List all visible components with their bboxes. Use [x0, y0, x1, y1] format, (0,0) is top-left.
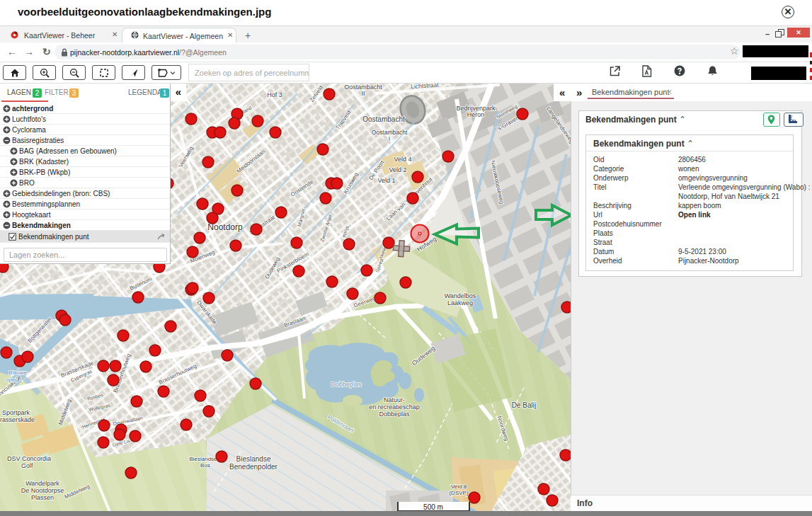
- svg-text:Dobbeplas: Dobbeplas: [379, 411, 410, 418]
- svg-text:Bos: Bos: [200, 462, 210, 469]
- svg-text:Bieslandse: Bieslandse: [189, 456, 217, 462]
- svg-text:Bieslandse: Bieslandse: [236, 455, 271, 463]
- svg-text:Plassen: Plassen: [31, 494, 54, 501]
- svg-text:en recreatieschap: en recreatieschap: [369, 403, 420, 411]
- svg-text:Wandelpark: Wandelpark: [25, 480, 59, 487]
- svg-text:Veld 2: Veld 2: [389, 166, 406, 173]
- svg-text:De Balij: De Balij: [512, 401, 536, 409]
- svg-text:Natuur-: Natuur-: [384, 396, 405, 403]
- svg-text:(DSVP): (DSVP): [449, 490, 468, 496]
- svg-text:Sportpark: Sportpark: [2, 409, 30, 416]
- svg-text:Golf: Golf: [21, 462, 33, 469]
- svg-text:Laakweg: Laakweg: [447, 299, 473, 306]
- svg-text:Hof 3: Hof 3: [267, 91, 282, 98]
- svg-text:De Nootdorpse: De Nootdorpse: [21, 487, 64, 494]
- svg-text:Benedenpolder: Benedenpolder: [229, 463, 278, 471]
- svg-text:II: II: [361, 90, 365, 97]
- svg-text:DSV Concordia: DSV Concordia: [7, 455, 51, 462]
- svg-text:oper: oper: [6, 377, 17, 383]
- svg-text:Blauwe: Blauwe: [8, 369, 28, 376]
- svg-text:500 m: 500 m: [423, 503, 443, 511]
- svg-text:Veld 1: Veld 1: [377, 177, 395, 184]
- svg-text:Veld 8: Veld 8: [451, 483, 467, 490]
- svg-text:Veld 4: Veld 4: [394, 156, 411, 163]
- svg-text:I: I: [389, 135, 390, 142]
- svg-text:Wandelbos: Wandelbos: [445, 292, 476, 299]
- svg-text:Heron: Heron: [467, 111, 485, 118]
- svg-text:Dobbeplas: Dobbeplas: [331, 381, 362, 388]
- svg-text:Oostambacht: Oostambacht: [362, 115, 405, 123]
- svg-text:rasserskade: rasserskade: [0, 416, 35, 423]
